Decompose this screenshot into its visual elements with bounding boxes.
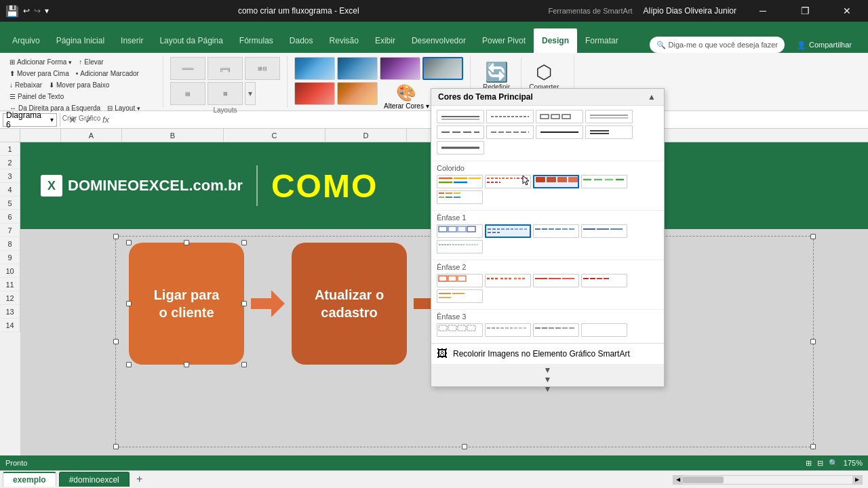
handle-bl[interactable] [113, 444, 119, 449]
name-box[interactable]: Diagrama 6 ▾ [3, 113, 57, 127]
mono-chip-7[interactable] [536, 125, 583, 139]
color-swatch-2[interactable] [337, 57, 378, 80]
tab-formatar[interactable]: Formatar [577, 28, 627, 53]
adicionar-forma-button[interactable]: ⊞ Adicionar Forma ▾ [7, 57, 75, 67]
layout-swatch-3[interactable]: ⊞⊟ [245, 57, 280, 80]
shape-1-handle-bc[interactable] [184, 362, 189, 367]
restore-button[interactable]: ❐ [789, 0, 821, 22]
tab-pagina-inicial[interactable]: Página Inicial [48, 28, 113, 53]
tab-inserir[interactable]: Inserir [113, 28, 151, 53]
enfase1-chip-1[interactable] [437, 224, 483, 238]
alterar-cores-button[interactable]: 🎨 Alterar Cores ▾ [380, 82, 433, 111]
col-header-d[interactable]: C [224, 129, 326, 142]
help-input[interactable]: 🔍 Diga-me o que você deseja fazer [650, 37, 785, 53]
handle-tr[interactable] [810, 234, 816, 239]
layout-button[interactable]: ⊟ Layout ▾ [104, 103, 143, 113]
enfase3-chip-4[interactable] [581, 323, 627, 337]
handle-bc[interactable] [462, 444, 467, 449]
handle-ml[interactable] [113, 339, 119, 344]
layout-swatch-4[interactable]: ▤ [170, 82, 205, 105]
mover-cima-button[interactable]: ⬆ Mover para Cima [7, 68, 72, 79]
h-scrollbar[interactable]: ◀ ▶ [673, 475, 863, 485]
h-scrollbar-left-btn[interactable]: ◀ [673, 476, 683, 484]
shape-ligar-cliente[interactable]: Ligar parao cliente [129, 243, 244, 365]
tab-layout[interactable]: Layout da Página [151, 28, 231, 53]
color-swatch-1[interactable] [294, 57, 335, 80]
h-scrollbar-right-btn[interactable]: ▶ [852, 476, 862, 484]
share-button[interactable]: 👤 Compartilhar [790, 37, 859, 53]
colorido-chip-3[interactable] [533, 175, 579, 188]
dropdown-scroll-down[interactable]: ▼ ▼ ▼ [542, 374, 553, 385]
enfase3-chip-2[interactable] [485, 323, 531, 337]
mono-chip-6[interactable] [486, 125, 534, 139]
color-swatch-5[interactable] [294, 82, 335, 105]
tab-arquivo[interactable]: Arquivo [4, 28, 48, 53]
mover-baixo-button[interactable]: ⬇ Mover para Baixo [46, 80, 112, 90]
enfase2-chip-1[interactable] [437, 274, 483, 287]
name-box-dropdown-icon[interactable]: ▾ [50, 116, 54, 123]
shape-1-handle-bl[interactable] [126, 362, 132, 367]
handle-tl[interactable] [113, 234, 119, 239]
enfase1-chip-5[interactable] [437, 240, 483, 253]
rebaixar-button[interactable]: ↓ Rebaixar [7, 80, 45, 90]
shape-1-handle-tc[interactable] [184, 240, 189, 245]
mono-chip-3[interactable] [536, 110, 583, 123]
minimize-button[interactable]: ─ [747, 0, 778, 22]
tab-revisao[interactable]: Revisão [321, 28, 367, 53]
adicionar-marcador-button[interactable]: • Adicionar Marcador [73, 68, 142, 79]
mono-chip-8[interactable] [585, 125, 633, 139]
layout-swatch-2[interactable]: ╔═╗ [208, 57, 243, 80]
mono-chip-1[interactable] [437, 110, 484, 123]
enfase3-chip-3[interactable] [533, 323, 579, 337]
direita-esquerda-button[interactable]: ↔ Da Direita para a Esquerda [7, 103, 103, 113]
sheet-tab-dominoexcel[interactable]: #dominoexcel [59, 472, 130, 487]
grid-view-icon[interactable]: ⊟ [817, 459, 823, 468]
shape-1-handle-mr[interactable] [241, 301, 247, 306]
shape-1-handle-tr[interactable] [241, 240, 247, 245]
colorido-chip-2[interactable] [485, 175, 531, 188]
shape-atualizar-cadastro[interactable]: Atualizar ocadastro [292, 243, 407, 365]
col-header-e[interactable]: D [326, 129, 407, 142]
elevar-button[interactable]: ↑ Elevar [76, 57, 106, 67]
enfase2-chip-3[interactable] [533, 274, 579, 287]
col-header-b[interactable]: A [61, 129, 122, 142]
painel-texto-button[interactable]: ☰ Painel de Texto [7, 92, 66, 102]
h-scrollbar-thumb[interactable] [683, 476, 724, 483]
tab-power-pivot[interactable]: Power Pivot [474, 28, 534, 53]
shape-1-handle-tl[interactable] [126, 240, 132, 245]
enfase1-chip-2[interactable] [485, 224, 531, 238]
tab-desenvolvedor[interactable]: Desenvolvedor [403, 28, 474, 53]
add-sheet-button[interactable]: + [132, 472, 147, 487]
enfase1-chip-3[interactable] [533, 224, 579, 238]
tab-exibir[interactable]: Exibir [367, 28, 403, 53]
redo-icon[interactable]: ↪ [34, 6, 41, 16]
sheet-tab-exemplo[interactable]: exemplo [3, 472, 56, 487]
col-header-a[interactable] [20, 129, 61, 142]
mono-chip-2[interactable] [486, 110, 534, 123]
tab-formulas[interactable]: Fórmulas [231, 28, 281, 53]
enfase2-chip-5[interactable] [437, 289, 483, 303]
colorido-chip-1[interactable] [437, 175, 483, 188]
layout-scroll[interactable]: ▾ [245, 82, 256, 105]
cores-dropdown-panel[interactable]: Cores do Tema Principal ▲ [431, 88, 665, 387]
layout-swatch-1[interactable]: ═══ [170, 57, 205, 80]
mono-chip-4[interactable] [585, 110, 633, 123]
dropdown-scroll-up[interactable]: ▲ [646, 92, 657, 102]
tab-design[interactable]: Design [534, 28, 577, 53]
color-swatch-4[interactable] [422, 57, 463, 80]
tab-dados[interactable]: Dados [281, 28, 321, 53]
color-swatch-3[interactable] [380, 57, 420, 80]
handle-br[interactable] [810, 444, 816, 449]
layout-swatch-5[interactable]: ⊠ [208, 82, 243, 105]
colorido-chip-5[interactable] [437, 190, 483, 204]
recolorir-option[interactable]: 🖼 Recolorir Imagens no Elemento Gráfico … [431, 343, 664, 364]
mono-chip-9[interactable] [437, 141, 484, 155]
close-button[interactable]: ✕ [831, 0, 863, 22]
colorido-chip-4[interactable] [581, 175, 627, 188]
mono-chip-5[interactable] [437, 125, 484, 139]
shape-1-handle-br[interactable] [241, 362, 247, 367]
color-swatch-6[interactable] [337, 82, 378, 105]
enfase2-chip-4[interactable] [581, 274, 627, 287]
page-layout-icon[interactable]: ⊞ [806, 459, 812, 468]
enfase3-chip-1[interactable] [437, 323, 483, 337]
